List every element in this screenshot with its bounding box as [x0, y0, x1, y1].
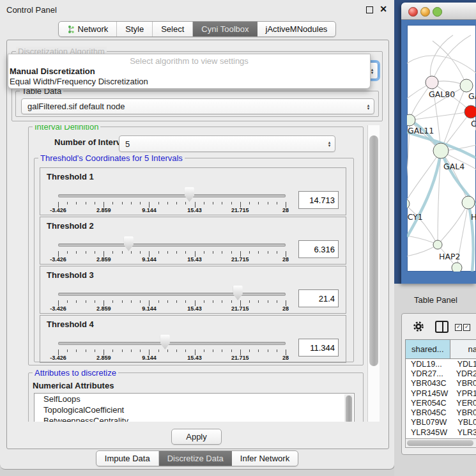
slider-tick: [222, 300, 222, 303]
network-node[interactable]: [460, 79, 473, 92]
columns-icon[interactable]: [435, 321, 449, 333]
cell-shared-name[interactable]: YPR145W: [406, 389, 451, 398]
cell-shared-name[interactable]: YER054C: [406, 399, 451, 408]
threshold-4-value-field[interactable]: [298, 339, 339, 357]
number-of-intervals-combobox[interactable]: 5 ▴▾: [119, 135, 335, 152]
table-row[interactable]: YER054CYER0: [406, 398, 476, 408]
popup-hint: Select algorithm to view settings: [8, 56, 370, 66]
threshold-4-slider[interactable]: -3.4262.8599.14415.4321.71528: [58, 316, 286, 362]
table-row[interactable]: YPR145WYPR1: [406, 388, 476, 398]
slider-tick: [204, 349, 204, 352]
numerical-attributes-list[interactable]: SelfLoopsTopologicalCoefficientBetweenne…: [34, 393, 355, 422]
attribute-list-item[interactable]: SelfLoops: [35, 394, 354, 404]
tab-jactivemnodules[interactable]: jActiveMNodules: [257, 22, 336, 36]
cell-shared-name[interactable]: YDR27...: [406, 369, 451, 378]
checkbox-icon[interactable]: ✓: [463, 324, 470, 331]
threshold-2-slider[interactable]: -3.4262.8599.14415.4321.71528: [58, 217, 286, 264]
bottom-tab-bar: Impute Data Discretize Data Infer Networ…: [0, 450, 394, 466]
slider-thumb[interactable]: [124, 236, 134, 251]
table-header-shared-name[interactable]: shared...: [406, 340, 450, 358]
cell-shared-name[interactable]: YBL079W: [406, 418, 452, 427]
cell-shared-name[interactable]: YLR345W: [406, 428, 452, 437]
attributes-scrollbar[interactable]: [344, 394, 353, 422]
slider-tick: [268, 251, 268, 254]
cell-shared-name[interactable]: YBR045C: [406, 408, 451, 417]
threshold-1-slider[interactable]: -3.4262.8599.14415.4321.71528: [58, 168, 286, 215]
threshold-1-value-field[interactable]: [298, 191, 339, 209]
slider-tick: [167, 300, 168, 303]
slider-tick-label: 28: [282, 355, 289, 361]
table-row[interactable]: YBR043CYBR0: [406, 379, 476, 388]
table-row[interactable]: YDL19...YDL1: [406, 359, 476, 369]
cell-name[interactable]: YER0: [451, 399, 476, 408]
cell-name[interactable]: YBR0: [451, 408, 476, 417]
threshold-3-value-field[interactable]: [298, 289, 339, 307]
cyni-scrollbar-thumb[interactable]: [369, 135, 378, 366]
slider-tick: [86, 251, 86, 254]
popup-option-equal-width-frequency[interactable]: Equal Width/Frequency Discretization: [10, 77, 148, 86]
cyni-vertical-scrollbar[interactable]: [367, 125, 380, 422]
slider-tick-labels: -3.4262.8599.14415.4321.71528: [58, 305, 286, 312]
threshold-3-slider[interactable]: -3.4262.8599.14415.4321.71528: [58, 266, 286, 313]
network-node[interactable]: [407, 199, 410, 209]
tab-discretize-data[interactable]: Discretize Data: [159, 451, 232, 466]
network-node[interactable]: [464, 105, 476, 118]
network-canvas[interactable]: GAL80GACGAL11GAL4GCY1HHAP2: [407, 25, 476, 272]
threshold-2-value-field[interactable]: [298, 240, 339, 258]
slider-tick: [158, 300, 159, 303]
close-traffic-light-icon[interactable]: [408, 7, 418, 17]
attribute-list-item[interactable]: TopologicalCoefficient: [35, 404, 354, 415]
slider-thumb[interactable]: [233, 286, 243, 300]
network-nodes[interactable]: GAL80GACGAL11GAL4GCY1HHAP2: [407, 76, 476, 272]
tab-network[interactable]: Network: [59, 22, 118, 36]
network-node[interactable]: [462, 196, 475, 209]
attributes-scrollbar-thumb[interactable]: [346, 395, 352, 422]
table-scrollbar-thumb[interactable]: [407, 440, 473, 446]
attribute-list-item[interactable]: BetweennessCentrality: [35, 415, 354, 422]
tab-impute-data[interactable]: Impute Data: [96, 451, 159, 466]
zoom-traffic-light-icon[interactable]: [433, 7, 442, 17]
network-node[interactable]: [433, 240, 442, 249]
slider-tick-label: 9.144: [142, 207, 157, 213]
cell-name[interactable]: YBL0: [452, 418, 476, 427]
network-node[interactable]: [407, 114, 415, 126]
cell-shared-name[interactable]: YBR043C: [406, 379, 451, 388]
cell-name[interactable]: YDL1: [452, 360, 476, 369]
gear-icon[interactable]: [412, 320, 425, 335]
cell-name[interactable]: YLR3: [452, 428, 476, 437]
checkbox-icon[interactable]: ✓: [455, 324, 462, 331]
tab-cyni-toolbox[interactable]: Cyni Toolbox: [193, 22, 257, 36]
slider-tick: [204, 202, 204, 204]
network-node[interactable]: [426, 76, 438, 89]
cell-name[interactable]: YPR1: [451, 389, 476, 398]
table-row[interactable]: YBL079WYBL0: [406, 418, 476, 427]
apply-button[interactable]: Apply: [171, 429, 222, 445]
table-row[interactable]: YDR27...YDR2: [406, 369, 476, 378]
table-row[interactable]: YBR045CYBR0: [406, 408, 476, 417]
cell-name[interactable]: YDR2: [451, 369, 476, 378]
minimize-traffic-light-icon[interactable]: [420, 7, 430, 17]
slider-track: [58, 342, 286, 345]
cell-shared-name[interactable]: YDL19...: [406, 360, 452, 369]
close-icon[interactable]: ✕: [380, 4, 387, 14]
table-header-name[interactable]: na: [450, 340, 476, 358]
tab-infer-network[interactable]: Infer Network: [232, 451, 298, 466]
table-horizontal-scrollbar[interactable]: [405, 438, 476, 448]
network-node[interactable]: [433, 143, 449, 158]
tab-select[interactable]: Select: [153, 22, 193, 36]
slider-tick: [112, 251, 113, 254]
tab-style[interactable]: Style: [117, 22, 153, 36]
table-row[interactable]: YLR345WYLR3: [406, 427, 476, 437]
cell-name[interactable]: YBR0: [451, 379, 476, 388]
slider-tick-label: -3.426: [50, 207, 66, 213]
table-data-combobox[interactable]: galFiltered.sif default node ▴▾: [21, 98, 374, 114]
numerical-attributes-label: Numerical Attributes: [33, 381, 114, 390]
popup-option-manual-discretization[interactable]: Manual Discretization: [10, 66, 95, 76]
tab-impute-data-label: Impute Data: [105, 454, 150, 463]
network-node[interactable]: [452, 263, 462, 272]
slider-tick: [185, 251, 186, 254]
slider-thumb[interactable]: [185, 187, 194, 202]
slider-thumb[interactable]: [160, 335, 170, 349]
float-window-icon[interactable]: [366, 6, 373, 13]
slider-tick: [131, 202, 132, 204]
